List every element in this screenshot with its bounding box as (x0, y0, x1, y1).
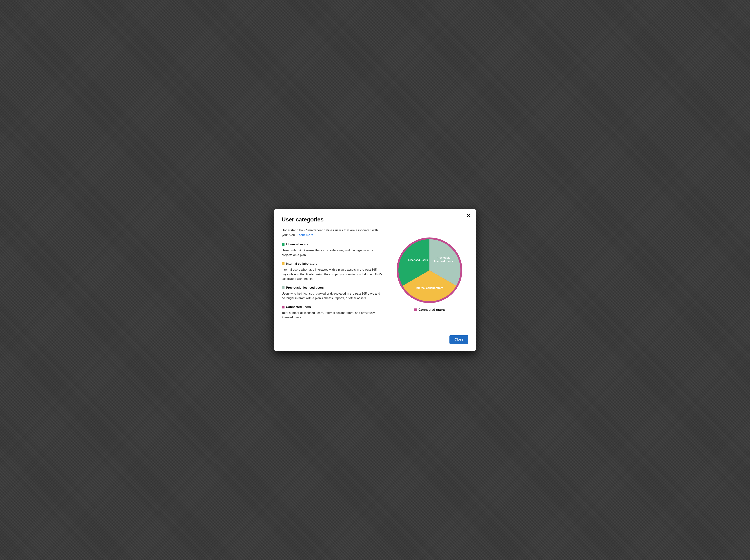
x-icon (467, 214, 470, 217)
learn-more-link[interactable]: Learn more (297, 233, 313, 237)
category-name: Connected users (286, 305, 311, 309)
slice-label-internal: Internal collaborators (416, 286, 443, 289)
category-description: Users who had licenses revoked or deacti… (282, 291, 382, 300)
right-column: Licensed users Previously licensed users… (392, 228, 467, 325)
category-internal-collaborators: Internal collaborators Internal users wh… (282, 262, 382, 281)
close-button[interactable]: Close (450, 335, 468, 344)
slice-label-previously-line2: licensed users (434, 260, 453, 263)
category-description: Internal users who have interacted with … (282, 267, 382, 281)
intro-text: Understand how Smartsheet defines users … (282, 228, 382, 238)
intro-text-content: Understand how Smartsheet defines users … (282, 228, 378, 237)
pie-chart: Licensed users Previously licensed users… (396, 237, 463, 304)
user-categories-modal: User categories Understand how Smartshee… (274, 209, 476, 351)
left-column: Understand how Smartsheet defines users … (282, 228, 382, 325)
modal-title: User categories (282, 216, 468, 223)
pie-chart-svg: Licensed users Previously licensed users… (396, 237, 463, 304)
category-licensed-users: Licensed users Users with paid licenses … (282, 243, 382, 257)
slice-label-previously-line1: Previously (437, 256, 451, 259)
category-previously-licensed: Previously-licensed users Users who had … (282, 286, 382, 300)
category-header: Connected users (282, 305, 382, 309)
modal-body: Understand how Smartsheet defines users … (282, 228, 468, 325)
chart-caption-text: Connected users (418, 308, 445, 312)
color-swatch-internal (282, 262, 284, 265)
color-swatch-caption (414, 309, 417, 311)
close-icon[interactable] (466, 213, 471, 217)
color-swatch-licensed (282, 243, 284, 246)
category-description: Users with paid licenses that can create… (282, 248, 382, 257)
category-header: Internal collaborators (282, 262, 382, 266)
category-name: Internal collaborators (286, 262, 317, 266)
slice-label-licensed: Licensed users (408, 258, 428, 262)
category-name: Previously-licensed users (286, 286, 324, 290)
category-description: Total number of licensed users, internal… (282, 311, 382, 320)
color-swatch-connected (282, 306, 284, 309)
category-connected-users: Connected users Total number of licensed… (282, 305, 382, 320)
modal-footer: Close (282, 335, 468, 344)
category-name: Licensed users (286, 243, 308, 246)
category-header: Previously-licensed users (282, 286, 382, 290)
color-swatch-previously (282, 286, 284, 289)
category-header: Licensed users (282, 243, 382, 246)
chart-caption: Connected users (414, 308, 445, 312)
